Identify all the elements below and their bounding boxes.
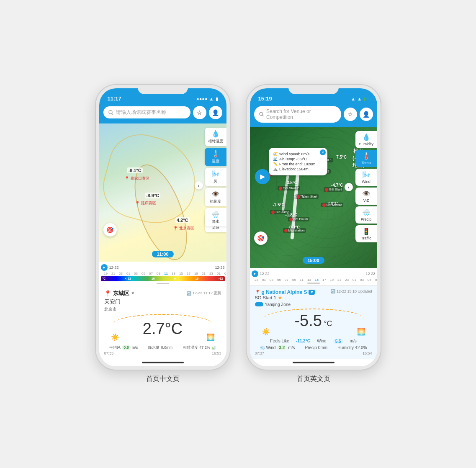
left-search-input-wrap[interactable]: 请输入场馆或赛事名称	[103, 106, 190, 118]
right-play-btn-map[interactable]: ▶	[255, 169, 270, 184]
left-wind-unit: m/s	[132, 345, 138, 350]
sunrise-sun-icon: ☀️	[111, 333, 119, 341]
right-wb-wind[interactable]: 🌬️ Wind	[355, 169, 377, 186]
popup-close-btn[interactable]: ✕	[320, 149, 326, 155]
left-city: 北京市	[104, 306, 221, 312]
rain-label-cn: 降水量	[148, 345, 160, 350]
left-tl-hours: 19 21 23 01 03 05 07 09 11 13 15 17 19 2…	[99, 272, 226, 275]
left-temperature: 2.7	[143, 320, 165, 338]
left-sunrise-time: 07:33	[104, 351, 114, 355]
popup-air-temp: 🌊 Air Temp: -6.9°C	[273, 157, 323, 161]
right-humidity-stat: Humidity 42.0%	[337, 345, 367, 350]
right-phone-inner: 15:19 ▲ ▲ ▮+ Search for Venue or Com	[250, 88, 377, 366]
svg-line-3	[262, 115, 263, 116]
left-status-icons: ●●●● ▲ ▮	[196, 96, 218, 102]
left-wp-update: 🔄 12-22 11:12 更新	[187, 291, 221, 296]
venue-gs-middle: GS Middle	[321, 203, 343, 207]
venue-beijing: 北京赛区	[173, 226, 194, 231]
right-wp-times: 07:37 16:54	[255, 351, 372, 355]
right-wb-traffic[interactable]: 🚦 Traffic	[355, 225, 377, 242]
venue-star-icon[interactable]: ★	[278, 295, 282, 301]
right-search-placeholder: Search for Venue or Competition	[266, 108, 336, 120]
venue-mid-station: Mid-station	[283, 228, 306, 233]
wind-label-cn: 平均风	[109, 345, 121, 350]
right-wb-temp[interactable]: 🌡️ Temp	[355, 150, 377, 167]
chevron-down-icon[interactable]: ▼	[131, 291, 135, 296]
popup-elevation: ⛰️ Elevation: 1564m	[273, 167, 323, 171]
page-wrapper: 11:17 ●●●● ▲ ▮ 请输入场馆或赛事名称	[96, 85, 381, 383]
right-status-time: 15:19	[258, 95, 272, 102]
right-play-btn-tl[interactable]: ▶	[252, 270, 258, 277]
elevation-icon: ⛰️	[273, 167, 278, 171]
left-expand-arrow[interactable]: ›	[195, 181, 203, 190]
left-color-scale: °C <-32 -16 0 16 >32	[101, 276, 225, 281]
left-phone-section: 11:17 ●●●● ▲ ▮ 请输入场馆或赛事名称	[96, 85, 230, 383]
left-wb-wind[interactable]: 🌬️ 风	[205, 168, 226, 186]
air-temp-icon: 🌊	[273, 157, 278, 161]
right-wp-update: 🔄 12-22 15:10 Updated	[331, 289, 372, 293]
right-timeline: ▶ 12-22 12-23 23 01 03 05 07 09 11	[250, 268, 377, 285]
right-feels-row: Feels Like -11.2°C Wind 5.5 m/s	[255, 339, 372, 344]
left-wb-temp[interactable]: 🌡️ 温度	[205, 148, 226, 166]
left-time-slider[interactable]: 11:00	[152, 251, 173, 257]
left-wb-viz[interactable]: 👁️ 能见度	[205, 188, 226, 206]
left-wb-humidity[interactable]: 💧 相对湿度	[205, 128, 226, 146]
wind-unit-en: m/s	[350, 339, 357, 344]
left-temp-display: 2.7 °C	[143, 320, 183, 338]
right-temp-sun: ☀️ 🌅 -5.5 °C	[255, 309, 372, 338]
refresh-icon: 🔄	[187, 291, 191, 296]
right-venue-title: g National Alpine S	[262, 289, 307, 295]
left-wp-header: 📍 东城区 ▼ 🔄 12-22 11:12 更新	[104, 290, 221, 297]
distance-icon: 📏	[273, 162, 278, 166]
signal-icon: ●●●●	[196, 96, 208, 101]
temp-icon: 🌡️	[211, 150, 220, 158]
svg-line-1	[112, 113, 113, 115]
right-wp-header: 📍 g National Alpine S ▼ SG Start 1 ★ 🔄	[255, 289, 372, 301]
popup-wind-speed: 🧭 Wind speed: 8m/s	[273, 152, 323, 156]
humidity-label-cn: 相对湿度	[183, 345, 198, 350]
search-icon	[108, 110, 113, 115]
right-map-area[interactable]: ▶ 松山(小海坨山) 💧 Humidity	[250, 127, 377, 268]
right-wb-viz[interactable]: 👁️ ViZ	[355, 188, 377, 205]
left-status-time: 11:17	[108, 95, 121, 102]
left-notch	[138, 85, 188, 94]
right-wifi-icon: ▲	[357, 96, 362, 101]
en-temp2: -3.5°C	[286, 180, 297, 185]
left-favorite-btn[interactable]: ☆	[193, 106, 206, 119]
left-user-btn[interactable]: 👤	[209, 106, 222, 119]
left-sunset-time: 16:53	[212, 351, 221, 355]
left-temp-sun: ☀️ 🌅 2.7 °C	[104, 314, 221, 343]
right-sunrise-time: 07:37	[255, 351, 265, 355]
right-user-btn[interactable]: 👤	[360, 108, 373, 121]
right-wb-humidity[interactable]: 💧 Humidity	[355, 131, 377, 148]
left-location-btn[interactable]: 🎯	[103, 223, 117, 237]
right-expand-handle[interactable]	[250, 282, 377, 285]
right-search-input-wrap[interactable]: Search for Venue or Competition	[254, 106, 341, 123]
wind2-icon: 💨	[260, 345, 265, 350]
left-weather-sidebar: 💧 相对湿度 🌡️ 温度 🌬️ 风	[205, 128, 226, 226]
left-wb-precip[interactable]: 🌧️ 降水	[205, 208, 226, 226]
right-time-slider[interactable]: 15:00	[302, 257, 324, 264]
right-temp-unit: °C	[324, 319, 332, 328]
left-map-area[interactable]: 💧 相对湿度 🌡️ 温度 🌬️ 风	[99, 123, 226, 262]
right-refresh-icon: 🔄	[331, 289, 335, 293]
left-play-btn[interactable]: ▶	[101, 264, 108, 271]
left-wind-val: 0.8	[122, 345, 131, 350]
precip-val-en: 0mm	[318, 345, 327, 350]
right-stats2: 💨 Wind 3.2 m/s Precip 0mm Humidity 42.0%	[255, 345, 372, 350]
right-favorite-btn[interactable]: ☆	[344, 108, 357, 121]
right-location-btn[interactable]: 🎯	[254, 231, 268, 245]
left-wp-times: 07:33 16:53	[104, 351, 221, 355]
right-expand-arrow[interactable]: ›	[345, 183, 353, 191]
left-rain-stat: 降水量 0.0mm	[148, 345, 172, 350]
zone-toggle[interactable]	[255, 302, 263, 306]
right-home-bar	[293, 362, 334, 363]
right-wp-zone: Yanqing Zone	[255, 302, 372, 307]
tl-date1-cn: 12-22	[109, 265, 119, 270]
right-wb-precip[interactable]: 🌧️ Precip	[355, 206, 377, 224]
left-search-bar: 请输入场馆或赛事名称 ☆ 👤	[99, 103, 226, 123]
wind-val-en: 5.5	[333, 339, 343, 344]
wind-label-en: Wind	[317, 339, 327, 344]
left-expand-handle[interactable]	[99, 282, 226, 285]
sunset-sun-icon: 🌅	[206, 333, 215, 341]
